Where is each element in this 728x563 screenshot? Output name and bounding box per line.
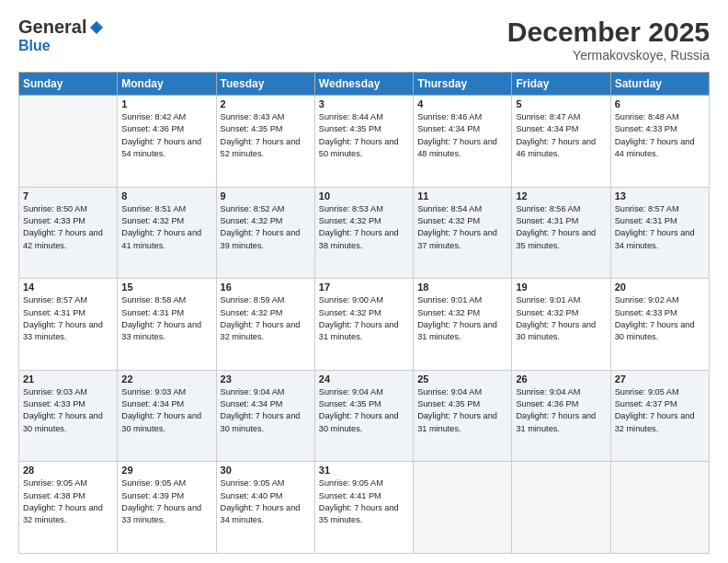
day-number: 15: [121, 282, 211, 293]
sunrise: Sunrise: 8:53 AM: [319, 204, 383, 213]
calendar-cell: 4Sunrise: 8:46 AMSunset: 4:34 PMDaylight…: [414, 96, 512, 188]
day-info: Sunrise: 9:01 AMSunset: 4:32 PMDaylight:…: [417, 294, 507, 343]
calendar: SundayMondayTuesdayWednesdayThursdayFrid…: [18, 72, 710, 554]
day-number: 26: [516, 373, 606, 385]
sunset: Sunset: 4:35 PM: [319, 399, 381, 408]
day-of-week-monday: Monday: [118, 73, 216, 96]
day-info: Sunrise: 8:57 AMSunset: 4:31 PMDaylight:…: [615, 203, 705, 252]
calendar-cell: 14Sunrise: 8:57 AMSunset: 4:31 PMDayligh…: [19, 279, 118, 371]
sunset: Sunset: 4:31 PM: [516, 216, 578, 225]
calendar-cell: 10Sunrise: 8:53 AMSunset: 4:32 PMDayligh…: [314, 187, 413, 279]
calendar-cell: 18Sunrise: 9:01 AMSunset: 4:32 PMDayligh…: [414, 279, 512, 371]
calendar-cell: 17Sunrise: 9:00 AMSunset: 4:32 PMDayligh…: [314, 279, 413, 371]
sunset: Sunset: 4:33 PM: [23, 399, 85, 408]
calendar-cell: 26Sunrise: 9:04 AMSunset: 4:36 PMDayligh…: [512, 370, 610, 462]
logo: General Blue: [18, 17, 105, 54]
sunrise: Sunrise: 8:59 AM: [221, 295, 285, 304]
day-info: Sunrise: 9:05 AMSunset: 4:41 PMDaylight:…: [319, 477, 409, 526]
sunrise: Sunrise: 9:05 AM: [615, 387, 679, 396]
day-info: Sunrise: 8:50 AMSunset: 4:33 PMDaylight:…: [23, 203, 113, 252]
sunset: Sunset: 4:32 PM: [516, 308, 578, 317]
day-of-week-thursday: Thursday: [414, 73, 512, 96]
daylight: Daylight: 7 hours and 30 minutes.: [319, 411, 399, 432]
day-info: Sunrise: 8:47 AMSunset: 4:34 PMDaylight:…: [516, 111, 606, 160]
day-number: 28: [23, 465, 113, 476]
day-number: 2: [221, 98, 311, 109]
sunrise: Sunrise: 9:00 AM: [319, 295, 383, 304]
sunrise: Sunrise: 8:42 AM: [121, 112, 186, 121]
header: General Blue December 2025 Yermakovskoye…: [18, 17, 710, 63]
sunrise: Sunrise: 9:05 AM: [221, 478, 285, 488]
sunset: Sunset: 4:33 PM: [615, 124, 677, 133]
calendar-cell: 6Sunrise: 8:48 AMSunset: 4:33 PMDaylight…: [610, 96, 709, 188]
day-number: 8: [121, 190, 211, 201]
daylight: Daylight: 7 hours and 52 minutes.: [221, 137, 301, 158]
daylight: Daylight: 7 hours and 31 minutes.: [417, 320, 497, 341]
daylight: Daylight: 7 hours and 33 minutes.: [121, 320, 201, 341]
day-number: 29: [121, 465, 211, 476]
logo-blue: Blue: [18, 38, 51, 54]
logo-icon: [88, 19, 105, 36]
calendar-cell: 3Sunrise: 8:44 AMSunset: 4:35 PMDaylight…: [314, 96, 413, 188]
sunrise: Sunrise: 8:43 AM: [221, 112, 285, 121]
sunset: Sunset: 4:34 PM: [417, 124, 480, 133]
calendar-cell: 19Sunrise: 9:01 AMSunset: 4:32 PMDayligh…: [512, 279, 610, 371]
day-number: 16: [221, 282, 311, 293]
daylight: Daylight: 7 hours and 44 minutes.: [615, 137, 695, 158]
day-number: 3: [319, 98, 409, 109]
calendar-cell: 29Sunrise: 9:05 AMSunset: 4:39 PMDayligh…: [118, 462, 216, 554]
day-info: Sunrise: 8:59 AMSunset: 4:32 PMDaylight:…: [221, 294, 311, 343]
daylight: Daylight: 7 hours and 35 minutes.: [516, 228, 596, 249]
day-number: 5: [516, 98, 606, 109]
day-of-week-tuesday: Tuesday: [216, 73, 314, 96]
day-info: Sunrise: 8:51 AMSunset: 4:32 PMDaylight:…: [121, 203, 211, 252]
calendar-cell: 8Sunrise: 8:51 AMSunset: 4:32 PMDaylight…: [118, 187, 216, 279]
sunrise: Sunrise: 8:46 AM: [417, 112, 482, 121]
month-title: December 2025: [507, 17, 710, 48]
day-number: 21: [23, 373, 113, 385]
calendar-header-row: SundayMondayTuesdayWednesdayThursdayFrid…: [19, 73, 710, 96]
day-number: 20: [615, 282, 705, 293]
daylight: Daylight: 7 hours and 48 minutes.: [417, 137, 497, 158]
calendar-cell: [512, 462, 610, 554]
sunset: Sunset: 4:32 PM: [121, 216, 184, 225]
sunrise: Sunrise: 9:01 AM: [417, 295, 482, 304]
sunset: Sunset: 4:36 PM: [121, 124, 184, 133]
calendar-cell: 28Sunrise: 9:05 AMSunset: 4:38 PMDayligh…: [19, 462, 118, 554]
day-info: Sunrise: 8:54 AMSunset: 4:32 PMDaylight:…: [417, 203, 507, 252]
calendar-cell: 1Sunrise: 8:42 AMSunset: 4:36 PMDaylight…: [118, 96, 216, 188]
calendar-cell: 11Sunrise: 8:54 AMSunset: 4:32 PMDayligh…: [414, 187, 512, 279]
calendar-cell: 9Sunrise: 8:52 AMSunset: 4:32 PMDaylight…: [216, 187, 314, 279]
sunset: Sunset: 4:34 PM: [516, 124, 578, 133]
daylight: Daylight: 7 hours and 30 minutes.: [221, 411, 301, 432]
sunrise: Sunrise: 9:04 AM: [221, 387, 285, 396]
sunset: Sunset: 4:40 PM: [221, 491, 283, 500]
daylight: Daylight: 7 hours and 30 minutes.: [121, 411, 201, 432]
sunset: Sunset: 4:32 PM: [221, 216, 283, 225]
day-number: 11: [417, 190, 507, 201]
sunset: Sunset: 4:41 PM: [319, 491, 381, 500]
sunset: Sunset: 4:35 PM: [221, 124, 283, 133]
day-info: Sunrise: 9:05 AMSunset: 4:38 PMDaylight:…: [23, 477, 113, 526]
day-info: Sunrise: 9:02 AMSunset: 4:33 PMDaylight:…: [615, 294, 705, 343]
sunset: Sunset: 4:36 PM: [516, 399, 578, 408]
sunset: Sunset: 4:31 PM: [615, 216, 677, 225]
day-info: Sunrise: 9:04 AMSunset: 4:34 PMDaylight:…: [221, 386, 311, 435]
calendar-cell: 23Sunrise: 9:04 AMSunset: 4:34 PMDayligh…: [216, 370, 314, 462]
day-info: Sunrise: 9:05 AMSunset: 4:40 PMDaylight:…: [221, 477, 311, 526]
calendar-cell: [19, 96, 118, 188]
day-info: Sunrise: 8:42 AMSunset: 4:36 PMDaylight:…: [121, 111, 211, 160]
sunset: Sunset: 4:32 PM: [417, 216, 480, 225]
sunset: Sunset: 4:34 PM: [221, 399, 283, 408]
daylight: Daylight: 7 hours and 30 minutes.: [516, 320, 596, 341]
page: General Blue December 2025 Yermakovskoye…: [0, 0, 728, 563]
sunrise: Sunrise: 9:05 AM: [319, 478, 383, 488]
calendar-cell: 20Sunrise: 9:02 AMSunset: 4:33 PMDayligh…: [610, 279, 709, 371]
day-info: Sunrise: 8:44 AMSunset: 4:35 PMDaylight:…: [319, 111, 409, 160]
day-number: 17: [319, 282, 409, 293]
sunset: Sunset: 4:38 PM: [23, 491, 85, 500]
day-number: 14: [23, 282, 113, 293]
calendar-cell: 5Sunrise: 8:47 AMSunset: 4:34 PMDaylight…: [512, 96, 610, 188]
sunrise: Sunrise: 8:51 AM: [121, 204, 186, 213]
calendar-cell: 21Sunrise: 9:03 AMSunset: 4:33 PMDayligh…: [19, 370, 118, 462]
